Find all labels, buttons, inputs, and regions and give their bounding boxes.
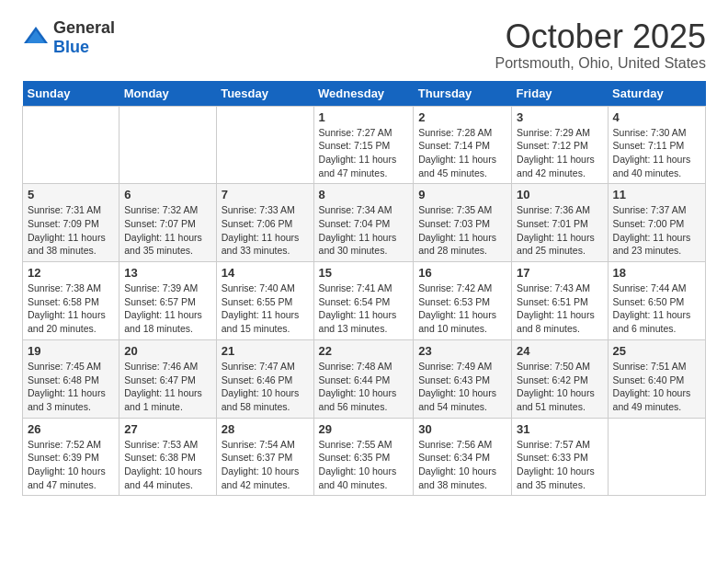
day-info: Sunrise: 7:27 AMSunset: 7:15 PMDaylight:… xyxy=(319,126,409,180)
day-info: Sunrise: 7:33 AMSunset: 7:06 PMDaylight:… xyxy=(222,203,309,258)
day-number: 16 xyxy=(418,266,506,280)
day-info: Sunrise: 7:41 AMSunset: 6:54 PMDaylight:… xyxy=(319,282,409,336)
calendar-cell: 22Sunrise: 7:48 AMSunset: 6:44 PMDayligh… xyxy=(313,339,414,418)
calendar-cell: 27Sunrise: 7:53 AMSunset: 6:38 PMDayligh… xyxy=(119,418,217,496)
day-info: Sunrise: 7:49 AMSunset: 6:43 PMDaylight:… xyxy=(418,360,506,414)
calendar-cell: 26Sunrise: 7:52 AMSunset: 6:39 PMDayligh… xyxy=(23,418,119,496)
day-info: Sunrise: 7:39 AMSunset: 6:57 PMDaylight:… xyxy=(124,282,211,336)
day-info: Sunrise: 7:28 AMSunset: 7:14 PMDaylight:… xyxy=(418,126,506,180)
day-number: 14 xyxy=(222,266,309,280)
header-thursday: Thursday xyxy=(414,81,512,107)
logo: General Blue xyxy=(22,18,115,57)
day-number: 11 xyxy=(613,188,700,201)
day-number: 29 xyxy=(319,422,409,436)
day-info: Sunrise: 7:44 AMSunset: 6:50 PMDaylight:… xyxy=(613,282,700,336)
calendar-cell: 18Sunrise: 7:44 AMSunset: 6:50 PMDayligh… xyxy=(608,262,705,340)
day-number: 25 xyxy=(613,344,700,358)
calendar-cell: 5Sunrise: 7:31 AMSunset: 7:09 PMDaylight… xyxy=(23,184,119,262)
day-number: 8 xyxy=(319,188,409,201)
calendar-cell: 30Sunrise: 7:56 AMSunset: 6:34 PMDayligh… xyxy=(414,418,512,496)
calendar-cell: 11Sunrise: 7:37 AMSunset: 7:00 PMDayligh… xyxy=(608,184,705,262)
logo-general: General xyxy=(53,18,115,37)
calendar-week-5: 26Sunrise: 7:52 AMSunset: 6:39 PMDayligh… xyxy=(23,418,706,496)
calendar-cell: 8Sunrise: 7:34 AMSunset: 7:04 PMDaylight… xyxy=(313,184,414,262)
day-info: Sunrise: 7:46 AMSunset: 6:47 PMDaylight:… xyxy=(124,360,211,414)
day-info: Sunrise: 7:34 AMSunset: 7:04 PMDaylight:… xyxy=(319,203,409,258)
day-info: Sunrise: 7:36 AMSunset: 7:01 PMDaylight:… xyxy=(517,203,602,258)
calendar-week-4: 19Sunrise: 7:45 AMSunset: 6:48 PMDayligh… xyxy=(23,339,706,418)
calendar-cell xyxy=(23,106,119,184)
calendar-cell: 20Sunrise: 7:46 AMSunset: 6:47 PMDayligh… xyxy=(119,339,217,418)
day-number: 30 xyxy=(418,422,506,436)
calendar-header: Sunday Monday Tuesday Wednesday Thursday… xyxy=(23,81,706,107)
day-number: 10 xyxy=(517,188,602,201)
day-number: 6 xyxy=(124,188,211,201)
day-number: 22 xyxy=(319,344,409,358)
calendar-cell xyxy=(216,106,313,184)
calendar-cell: 1Sunrise: 7:27 AMSunset: 7:15 PMDaylight… xyxy=(313,106,414,184)
logo-blue: Blue xyxy=(53,38,89,56)
day-info: Sunrise: 7:45 AMSunset: 6:48 PMDaylight:… xyxy=(28,360,114,414)
day-number: 17 xyxy=(517,266,602,280)
calendar-title: October 2025 xyxy=(495,18,706,55)
day-number: 15 xyxy=(319,266,409,280)
day-info: Sunrise: 7:37 AMSunset: 7:00 PMDaylight:… xyxy=(613,203,700,258)
calendar-week-3: 12Sunrise: 7:38 AMSunset: 6:58 PMDayligh… xyxy=(23,262,706,340)
calendar-cell: 9Sunrise: 7:35 AMSunset: 7:03 PMDaylight… xyxy=(414,184,512,262)
calendar-cell: 14Sunrise: 7:40 AMSunset: 6:55 PMDayligh… xyxy=(216,262,313,340)
day-number: 20 xyxy=(124,344,211,358)
calendar-cell: 19Sunrise: 7:45 AMSunset: 6:48 PMDayligh… xyxy=(23,339,119,418)
header-tuesday: Tuesday xyxy=(216,81,313,107)
logo-icon xyxy=(22,25,50,47)
day-number: 7 xyxy=(222,188,309,201)
day-info: Sunrise: 7:54 AMSunset: 6:37 PMDaylight:… xyxy=(222,438,309,492)
day-number: 12 xyxy=(28,266,114,280)
day-info: Sunrise: 7:56 AMSunset: 6:34 PMDaylight:… xyxy=(418,438,506,492)
calendar-cell: 16Sunrise: 7:42 AMSunset: 6:53 PMDayligh… xyxy=(414,262,512,340)
day-number: 28 xyxy=(222,422,309,436)
day-info: Sunrise: 7:29 AMSunset: 7:12 PMDaylight:… xyxy=(517,126,602,180)
calendar-body: 1Sunrise: 7:27 AMSunset: 7:15 PMDaylight… xyxy=(23,106,706,496)
day-info: Sunrise: 7:43 AMSunset: 6:51 PMDaylight:… xyxy=(517,282,602,336)
calendar-cell: 10Sunrise: 7:36 AMSunset: 7:01 PMDayligh… xyxy=(512,184,608,262)
day-info: Sunrise: 7:55 AMSunset: 6:35 PMDaylight:… xyxy=(319,438,409,492)
calendar-cell: 12Sunrise: 7:38 AMSunset: 6:58 PMDayligh… xyxy=(23,262,119,340)
header-monday: Monday xyxy=(119,81,217,107)
day-number: 3 xyxy=(517,110,602,124)
day-info: Sunrise: 7:57 AMSunset: 6:33 PMDaylight:… xyxy=(517,438,602,492)
day-info: Sunrise: 7:47 AMSunset: 6:46 PMDaylight:… xyxy=(222,360,309,414)
calendar-cell: 24Sunrise: 7:50 AMSunset: 6:42 PMDayligh… xyxy=(512,339,608,418)
calendar-subtitle: Portsmouth, Ohio, United States xyxy=(495,55,706,72)
calendar-cell: 17Sunrise: 7:43 AMSunset: 6:51 PMDayligh… xyxy=(512,262,608,340)
calendar-cell xyxy=(119,106,217,184)
day-number: 5 xyxy=(28,188,114,201)
day-number: 19 xyxy=(28,344,114,358)
day-info: Sunrise: 7:30 AMSunset: 7:11 PMDaylight:… xyxy=(613,126,700,180)
calendar-cell: 6Sunrise: 7:32 AMSunset: 7:07 PMDaylight… xyxy=(119,184,217,262)
day-info: Sunrise: 7:32 AMSunset: 7:07 PMDaylight:… xyxy=(124,203,211,258)
calendar-week-1: 1Sunrise: 7:27 AMSunset: 7:15 PMDaylight… xyxy=(23,106,706,184)
day-number: 31 xyxy=(517,422,602,436)
calendar-table: Sunday Monday Tuesday Wednesday Thursday… xyxy=(22,81,706,497)
header-wednesday: Wednesday xyxy=(313,81,414,107)
day-info: Sunrise: 7:35 AMSunset: 7:03 PMDaylight:… xyxy=(418,203,506,258)
calendar-cell: 28Sunrise: 7:54 AMSunset: 6:37 PMDayligh… xyxy=(216,418,313,496)
day-number: 18 xyxy=(613,266,700,280)
calendar-cell: 25Sunrise: 7:51 AMSunset: 6:40 PMDayligh… xyxy=(608,339,705,418)
day-info: Sunrise: 7:48 AMSunset: 6:44 PMDaylight:… xyxy=(319,360,409,414)
day-number: 21 xyxy=(222,344,309,358)
day-info: Sunrise: 7:53 AMSunset: 6:38 PMDaylight:… xyxy=(124,438,211,492)
day-info: Sunrise: 7:31 AMSunset: 7:09 PMDaylight:… xyxy=(28,203,114,258)
day-number: 27 xyxy=(124,422,211,436)
header-friday: Friday xyxy=(512,81,608,107)
calendar-cell: 29Sunrise: 7:55 AMSunset: 6:35 PMDayligh… xyxy=(313,418,414,496)
day-number: 2 xyxy=(418,110,506,124)
day-number: 24 xyxy=(517,344,602,358)
page-header: General Blue October 2025 Portsmouth, Oh… xyxy=(22,18,706,72)
calendar-cell: 3Sunrise: 7:29 AMSunset: 7:12 PMDaylight… xyxy=(512,106,608,184)
header-saturday: Saturday xyxy=(608,81,705,107)
calendar-cell: 23Sunrise: 7:49 AMSunset: 6:43 PMDayligh… xyxy=(414,339,512,418)
calendar-cell: 13Sunrise: 7:39 AMSunset: 6:57 PMDayligh… xyxy=(119,262,217,340)
calendar-cell xyxy=(608,418,705,496)
day-info: Sunrise: 7:52 AMSunset: 6:39 PMDaylight:… xyxy=(28,438,114,492)
